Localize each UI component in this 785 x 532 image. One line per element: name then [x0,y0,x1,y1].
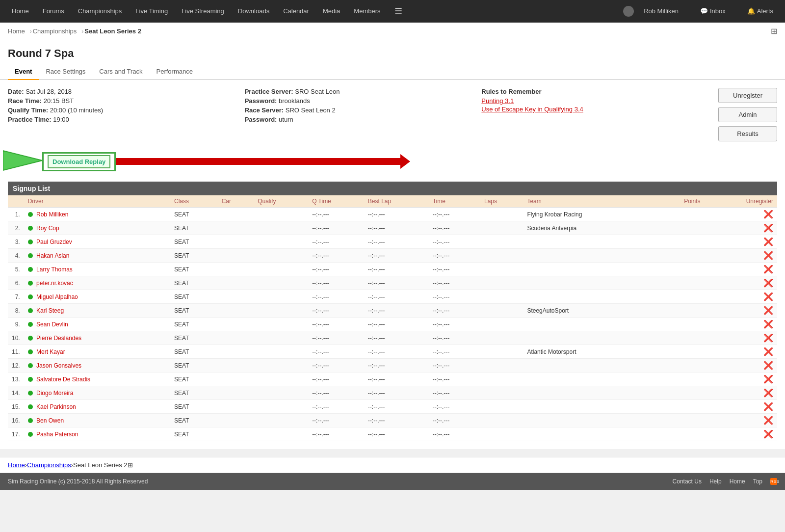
tab-cars-track[interactable]: Cars and Track [92,64,149,80]
nav-calendar[interactable]: Calendar [276,0,316,23]
driver-link[interactable]: Pasha Paterson [36,431,78,438]
race-pw-value-text: uturn [279,116,293,123]
footer-contact[interactable]: Contact Us [673,478,702,485]
breadcrumb-series: Seat Leon Series 2 [84,27,145,36]
nav-media[interactable]: Media [316,0,347,23]
unregister-row-button[interactable]: ❌ [763,375,773,383]
race-time-row: Race Time: 20:15 BST [8,97,225,105]
results-button[interactable]: Results [718,126,777,141]
row-bestlap: --:--.--- [364,249,429,263]
footer-breadcrumb-championships[interactable]: Championships [27,461,71,469]
hamburger-icon[interactable]: ☰ [388,0,409,23]
unregister-row-button[interactable]: ❌ [763,306,773,315]
unregister-row-button[interactable]: ❌ [763,265,773,273]
row-time: --:--.--- [429,414,480,427]
driver-link[interactable]: Sean Devlin [36,321,68,328]
download-replay-link[interactable]: Download Replay [48,155,110,168]
row-bestlap: --:--.--- [364,235,429,249]
row-qtime: --:--.--- [308,221,364,235]
unregister-row-button[interactable]: ❌ [763,251,773,260]
row-laps [480,235,523,249]
driver-link[interactable]: Paul Gruzdev [36,239,72,245]
admin-button[interactable]: Admin [718,107,777,122]
row-car [218,235,254,249]
rule-1-link[interactable]: Punting 3.1 [481,97,699,105]
rss-icon[interactable]: RSS [770,478,777,485]
row-bestlap: --:--.--- [364,345,429,359]
unregister-row-button[interactable]: ❌ [763,361,773,370]
unregister-row-button[interactable]: ❌ [763,293,773,301]
col-driver: Driver [24,195,170,208]
footer-grid-icon[interactable]: ⊞ [128,461,133,469]
table-row: 12. Jason Gonsalves SEAT --:--.--- --:--… [8,359,777,372]
row-team [523,276,654,290]
row-num: 4. [8,249,24,263]
driver-link[interactable]: Diogo Moreira [36,390,73,397]
unregister-row-button[interactable]: ❌ [763,210,773,218]
row-class: SEAT [170,249,218,263]
driver-link[interactable]: Karl Steeg [36,307,64,314]
driver-link[interactable]: Hakan Aslan [36,252,69,259]
unregister-row-button[interactable]: ❌ [763,238,773,246]
nav-forums[interactable]: Forums [36,0,71,23]
table-row: 11. Mert Kayar SEAT --:--.--- --:--.--- … [8,345,777,359]
nav-downloads[interactable]: Downloads [231,0,276,23]
driver-link[interactable]: Ben Owen [36,417,64,424]
unregister-row-button[interactable]: ❌ [763,347,773,356]
unregister-row-button[interactable]: ❌ [763,416,773,425]
driver-link[interactable]: Jason Gonsalves [36,362,81,369]
tab-race-settings[interactable]: Race Settings [39,64,92,80]
breadcrumb-championships[interactable]: Championships [33,27,81,36]
driver-link[interactable]: Larry Thomas [36,266,73,273]
col-team: Team [523,195,654,208]
unregister-row-button[interactable]: ❌ [763,320,773,328]
row-num: 2. [8,221,24,235]
username-link[interactable]: Rob Milliken [637,0,685,23]
nav-live-timing[interactable]: Live Timing [129,0,175,23]
row-num: 3. [8,235,24,249]
breadcrumb-home[interactable]: Home [8,27,29,36]
unregister-button[interactable]: Unregister [718,88,777,103]
unregister-row-button[interactable]: ❌ [763,224,773,232]
row-qualify [254,345,308,359]
driver-link[interactable]: Salvatore De Stradis [36,376,90,383]
unregister-row-button[interactable]: ❌ [763,334,773,342]
unregister-row-button[interactable]: ❌ [763,279,773,287]
driver-link[interactable]: peter.nr.kovac [36,280,73,287]
footer-help[interactable]: Help [709,478,722,485]
driver-link[interactable]: Rob Milliken [36,211,68,218]
grid-view-icon[interactable]: ⊞ [771,27,777,36]
alerts-link[interactable]: 🔔 Alerts [740,0,780,23]
row-points [654,331,705,345]
tab-event[interactable]: Event [8,64,39,80]
online-status-dot [28,432,33,437]
row-class: SEAT [170,235,218,249]
row-laps [480,427,523,441]
unregister-row-button[interactable]: ❌ [763,402,773,411]
event-details: Date: Sat Jul 28, 2018 Race Time: 20:15 … [8,88,777,141]
driver-link[interactable]: Roy Cop [36,225,59,232]
unregister-row-button[interactable]: ❌ [763,389,773,397]
driver-link[interactable]: Mert Kayar [36,348,65,355]
footer-breadcrumb-home[interactable]: Home [8,461,25,469]
event-servers-col: Practice Server: SRO Seat Leon Password:… [245,88,462,141]
row-qtime: --:--.--- [308,318,364,331]
nav-championships[interactable]: Championships [71,0,129,23]
inbox-link[interactable]: 💬 Inbox [693,0,733,23]
row-bestlap: --:--.--- [364,400,429,414]
nav-home[interactable]: Home [5,0,36,23]
tab-performance[interactable]: Performance [150,64,200,80]
row-qualify [254,372,308,386]
row-laps [480,372,523,386]
nav-members[interactable]: Members [347,0,387,23]
unregister-row-button[interactable]: ❌ [763,430,773,438]
driver-link[interactable]: Miguel Alpalhao [36,293,78,300]
driver-link[interactable]: Pierre Deslandes [36,335,81,342]
rule-2-link[interactable]: Use of Escape Key in Qualifying 3.4 [481,106,699,113]
action-buttons: Unregister Admin Results [718,88,777,141]
footer-top[interactable]: Top [753,478,762,485]
nav-live-streaming[interactable]: Live Streaming [175,0,231,23]
driver-link[interactable]: Kael Parkinson [36,403,76,410]
svg-marker-2 [116,154,410,169]
footer-home[interactable]: Home [730,478,745,485]
